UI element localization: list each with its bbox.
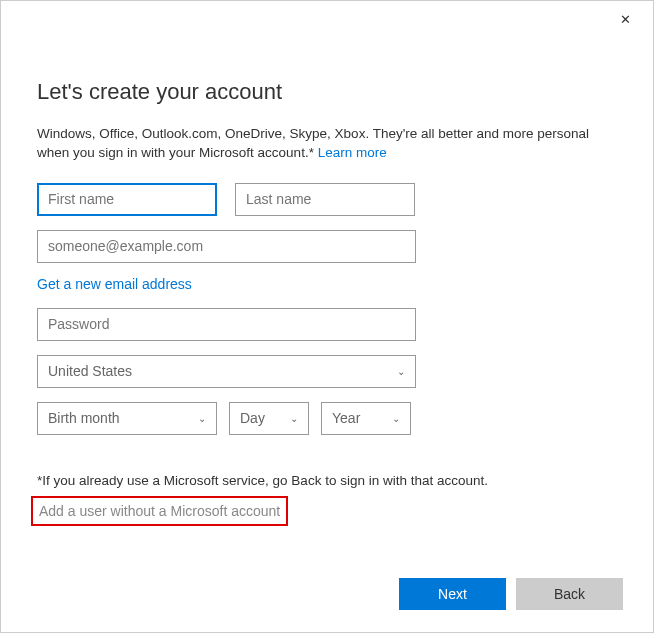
first-name-input[interactable]	[37, 183, 217, 216]
next-button[interactable]: Next	[399, 578, 506, 610]
country-selected-label: United States	[48, 363, 132, 379]
birth-day-label: Day	[240, 410, 265, 426]
birth-month-label: Birth month	[48, 410, 120, 426]
new-email-link[interactable]: Get a new email address	[37, 276, 192, 292]
page-title: Let's create your account	[37, 79, 617, 105]
email-input[interactable]	[37, 230, 416, 263]
birth-month-select[interactable]: Birth month ⌄	[37, 402, 217, 435]
country-select[interactable]: United States ⌄	[37, 355, 416, 388]
chevron-down-icon: ⌄	[392, 413, 400, 424]
chevron-down-icon: ⌄	[198, 413, 206, 424]
learn-more-link[interactable]: Learn more	[318, 145, 387, 160]
alt-user-highlight-box: Add a user without a Microsoft account	[31, 496, 288, 526]
description-text: Windows, Office, Outlook.com, OneDrive, …	[37, 125, 617, 163]
last-name-input[interactable]	[235, 183, 415, 216]
birth-day-select[interactable]: Day ⌄	[229, 402, 309, 435]
add-user-without-ms-link[interactable]: Add a user without a Microsoft account	[39, 503, 280, 519]
back-button[interactable]: Back	[516, 578, 623, 610]
chevron-down-icon: ⌄	[290, 413, 298, 424]
password-input[interactable]	[37, 308, 416, 341]
close-icon: ✕	[620, 12, 631, 27]
footer-note: *If you already use a Microsoft service,…	[37, 473, 617, 488]
close-button[interactable]: ✕	[605, 5, 645, 33]
birth-year-select[interactable]: Year ⌄	[321, 402, 411, 435]
birth-year-label: Year	[332, 410, 360, 426]
chevron-down-icon: ⌄	[397, 366, 405, 377]
